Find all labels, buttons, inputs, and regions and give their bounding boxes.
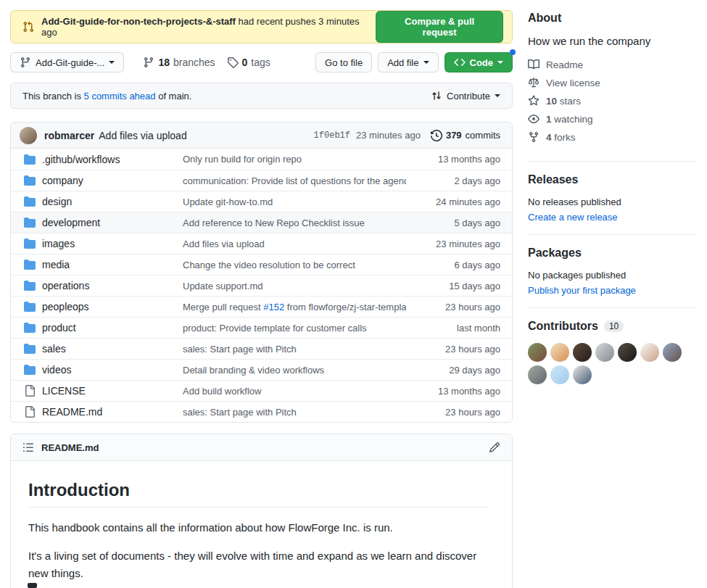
pencil-icon[interactable]: [489, 442, 500, 453]
file-row[interactable]: images Add files via upload 23 minutes a…: [11, 233, 512, 254]
create-release-link[interactable]: Create a new release: [528, 212, 618, 223]
contributor-avatar[interactable]: [550, 343, 569, 362]
eye-icon: [528, 113, 539, 125]
branch-status-text: This branch is 5 commits ahead of main.: [22, 91, 191, 102]
sidebar-item-forks[interactable]: 4 forks: [528, 131, 696, 143]
file-name[interactable]: design: [42, 196, 183, 207]
file-name[interactable]: operations: [42, 280, 183, 291]
sidebar-item-license[interactable]: View license: [528, 77, 696, 88]
commit-time: 29 days ago: [406, 365, 500, 376]
contributor-avatar[interactable]: [573, 343, 592, 362]
file-row[interactable]: operations Update support.md 15 days ago: [11, 275, 512, 296]
file-name[interactable]: images: [42, 238, 183, 249]
commit-message[interactable]: product: Provide template for customer c…: [183, 323, 406, 334]
go-to-file-button[interactable]: Go to file: [315, 52, 372, 73]
file-name[interactable]: .github/workflows: [42, 154, 183, 165]
file-row[interactable]: design Update git-how-to.md 24 minutes a…: [11, 191, 512, 212]
code-icon: [454, 57, 466, 68]
list-icon[interactable]: [22, 442, 34, 453]
file-row[interactable]: README.md sales: Start page with Pitch 2…: [11, 401, 512, 422]
file-name[interactable]: company: [42, 175, 183, 186]
contributor-avatar[interactable]: [550, 365, 569, 384]
pr-number-link[interactable]: #152: [263, 302, 284, 312]
file-name[interactable]: product: [42, 322, 183, 334]
history-clock-icon: [431, 130, 442, 141]
file-name[interactable]: sales: [42, 343, 183, 355]
commit-time: 23 minutes ago: [406, 239, 500, 249]
commit-message[interactable]: Add reference to New Repo Checklist issu…: [183, 218, 406, 228]
commit-message[interactable]: Update support.md: [183, 281, 406, 291]
commit-message[interactable]: Merge pull request #152 from flowforge/z…: [183, 302, 406, 312]
commit-message[interactable]: sales: Start page with Pitch: [183, 407, 406, 418]
branch-selector-button[interactable]: Add-Git-guide-...: [10, 52, 124, 73]
folder-icon: [24, 322, 36, 334]
file-name[interactable]: README.md: [42, 406, 183, 418]
file-row[interactable]: sales sales: Start page with Pitch 23 ho…: [11, 338, 512, 359]
readme-box: README.md Introduction This handbook con…: [10, 434, 513, 588]
folder-icon: [24, 364, 36, 376]
chevron-down-icon: [109, 61, 115, 64]
commit-time: last month: [406, 323, 500, 334]
file-name[interactable]: LICENSE: [42, 385, 183, 397]
contributor-avatar[interactable]: [618, 343, 637, 362]
commit-message[interactable]: Detail branding & video workflows: [183, 365, 406, 376]
sidebar: About How we run the company Readme View…: [528, 0, 696, 399]
commit-message[interactable]: Change the video resolution to be correc…: [183, 260, 406, 270]
readme-paragraph: It's a living set of documents - they wi…: [28, 547, 489, 581]
sidebar-item-readme[interactable]: Readme: [528, 59, 696, 70]
commit-message[interactable]: Add build workflow: [183, 386, 406, 397]
commit-author[interactable]: robmarcer: [44, 130, 94, 141]
packages-section: Packages No packages published Publish y…: [528, 234, 696, 307]
publish-package-link[interactable]: Publish your first package: [528, 285, 636, 296]
commit-message[interactable]: Update git-how-to.md: [183, 196, 406, 207]
commit-sha[interactable]: 1f0eb1f: [314, 131, 350, 141]
contributor-avatar[interactable]: [663, 343, 682, 362]
readme-header: README.md: [11, 434, 512, 461]
file-name[interactable]: development: [42, 217, 183, 228]
contribute-button[interactable]: Contribute: [431, 90, 500, 102]
sidebar-item-stars[interactable]: 10 stars: [528, 95, 696, 107]
branches-count[interactable]: 18 branches: [143, 57, 215, 68]
file-row[interactable]: .github/workflows Only run build for ori…: [11, 149, 512, 170]
commits-history-link[interactable]: 379 commits: [431, 130, 500, 141]
file-row[interactable]: company communication: Provide list of q…: [11, 170, 512, 191]
sidebar-item-watching[interactable]: 1 watching: [528, 113, 696, 125]
folder-icon: [24, 259, 36, 270]
commit-message[interactable]: Add files via upload: [99, 130, 186, 141]
commits-ahead-link[interactable]: 5 commits ahead: [84, 91, 156, 102]
packages-title[interactable]: Packages: [528, 247, 696, 260]
contributor-avatar[interactable]: [573, 365, 592, 384]
file-row[interactable]: media Change the video resolution to be …: [11, 254, 512, 275]
commit-time: 13 months ago: [406, 386, 500, 397]
contributor-avatar[interactable]: [528, 365, 547, 384]
file-name[interactable]: media: [42, 259, 183, 270]
commit-message[interactable]: Add files via upload: [183, 239, 406, 249]
chevron-down-icon: [423, 61, 429, 64]
file-row[interactable]: LICENSE Add build workflow 13 months ago: [11, 380, 512, 401]
file-name[interactable]: peopleops: [42, 301, 183, 312]
compare-pull-request-button[interactable]: Compare & pull request: [376, 11, 503, 43]
contributor-avatar[interactable]: [640, 343, 659, 362]
recent-push-banner: Add-Git-guide-for-non-tech-projects-&-st…: [10, 10, 513, 44]
file-name[interactable]: videos: [42, 364, 183, 376]
branch-status-bar: This branch is 5 commits ahead of main. …: [10, 83, 513, 109]
tags-count[interactable]: 0 tags: [227, 57, 270, 68]
releases-title[interactable]: Releases: [528, 173, 696, 186]
commit-message[interactable]: Only run build for origin repo: [183, 154, 406, 165]
code-button[interactable]: Code: [445, 52, 513, 73]
commit-message[interactable]: sales: Start page with Pitch: [183, 344, 406, 355]
contributor-avatar[interactable]: [528, 343, 547, 362]
file-row[interactable]: development Add reference to New Repo Ch…: [11, 212, 512, 233]
contributors-title[interactable]: Contributors: [528, 320, 598, 333]
github-repo-page: Add-Git-guide-for-non-tech-projects-&-st…: [0, 0, 707, 588]
file-row[interactable]: videos Detail branding & video workflows…: [11, 359, 512, 380]
contributor-avatar[interactable]: [595, 343, 614, 362]
commit-message[interactable]: communication: Provide list of questions…: [183, 175, 406, 186]
add-file-button[interactable]: Add file: [378, 52, 438, 73]
file-row[interactable]: peopleops Merge pull request #152 from f…: [11, 296, 512, 317]
chevron-down-icon: [497, 61, 503, 64]
file-row[interactable]: product product: Provide template for cu…: [11, 317, 512, 338]
avatar[interactable]: [20, 127, 37, 144]
pull-request-icon: [22, 21, 34, 33]
readme-filename[interactable]: README.md: [41, 442, 99, 453]
